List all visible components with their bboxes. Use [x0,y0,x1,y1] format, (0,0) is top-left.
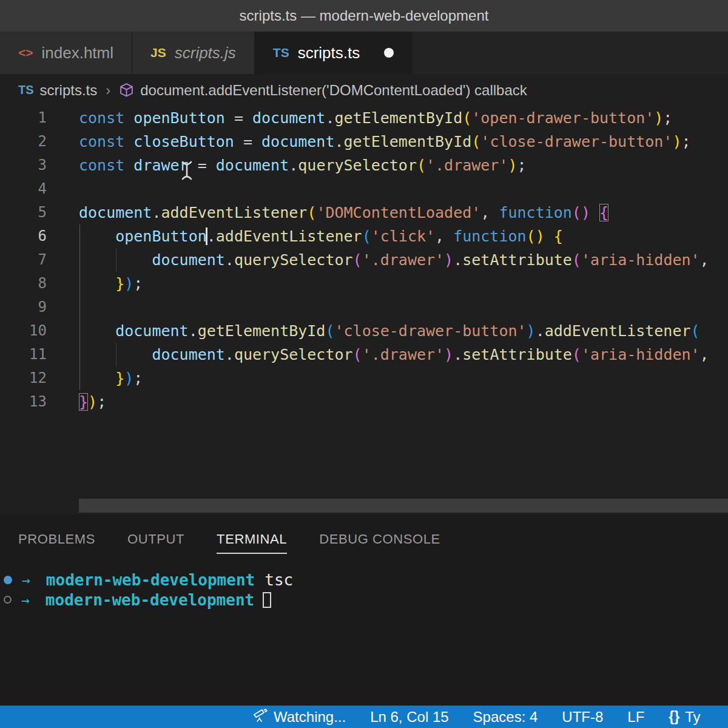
token: ) [672,133,681,150]
line-number[interactable]: 5 [0,201,64,224]
panel-tab-debug-console[interactable]: DEBUG CONSOLE [319,531,440,554]
panel-tab-output[interactable]: OUTPUT [127,531,184,554]
indent-guide [116,343,116,366]
prompt-arrow-icon: → [22,572,30,588]
token: document [152,346,224,363]
code-line[interactable]: 2const closeButton = document.getElement… [0,130,728,153]
code-line[interactable]: 8 }); [0,272,728,295]
indent-guide [79,248,80,272]
code-editor[interactable]: 1const openButton = document.getElementB… [0,106,728,514]
code-line[interactable]: 5document.addEventListener('DOMContentLo… [0,201,728,224]
token: 'aria-hidden' [581,251,700,269]
chevron-right-icon: › [106,82,110,99]
token: addEventListener [545,322,691,340]
code-line[interactable]: 9 [0,295,728,319]
token: ( [471,133,480,150]
token [124,109,133,127]
token: } [115,275,124,292]
token: 'DOMContentLoaded' [316,204,480,221]
indent-guide [79,295,80,319]
terminal-output[interactable]: →modern-web-developmenttsc→modern-web-de… [0,554,728,610]
status-indentation[interactable]: Spaces: 4 [473,709,538,726]
terminal-row: →modern-web-development [4,590,728,610]
horizontal-scrollbar[interactable] [79,499,728,513]
line-number[interactable]: 11 [0,343,64,366]
token: openButton [115,228,207,245]
token: ( [462,109,471,127]
token: . [225,346,234,363]
token: 'aria-hidden' [581,346,700,363]
line-number[interactable]: 8 [0,272,64,295]
code-line[interactable]: 6 openButton.addEventListener('click', f… [0,224,728,248]
line-number[interactable]: 3 [0,153,64,177]
token: document [252,109,325,127]
line-number[interactable]: 1 [0,106,64,130]
code-line[interactable]: 1const openButton = document.getElementB… [0,106,728,130]
token: . [334,133,343,150]
token: . [152,204,161,221]
status-watching[interactable]: Watching... [253,707,346,726]
status-label: Watching... [274,709,346,726]
token: '.drawer' [362,346,444,363]
status-eol[interactable]: LF [627,709,644,726]
line-number[interactable]: 4 [0,177,64,201]
status-label: Ty [685,709,700,726]
code-line[interactable]: 12 }); [0,366,728,390]
status-encoding[interactable]: UTF-8 [562,709,603,726]
indent-guide [79,224,80,248]
token [124,133,133,150]
token: function [453,228,526,245]
token: setAttribute [462,251,572,269]
token: document [261,133,334,150]
telescope-icon [253,707,268,726]
code-content: }); [64,366,728,390]
line-number[interactable]: 9 [0,295,64,319]
line-number[interactable]: 6 [0,224,64,248]
code-line[interactable]: 4 [0,177,728,201]
code-line[interactable]: 7 document.querySelector('.drawer').setA… [0,248,728,272]
line-number[interactable]: 2 [0,130,64,153]
breadcrumb-symbol[interactable]: document.addEventListener('DOMContentLoa… [140,82,527,99]
indent-guide [79,343,80,366]
status-cursor-position[interactable]: Ln 6, Col 15 [370,709,448,726]
code-content: const closeButton = document.getElementB… [64,130,728,153]
token: = [234,133,261,150]
code-line[interactable]: 13}); [0,390,728,414]
token: document [216,157,289,174]
line-number[interactable]: 12 [0,366,64,390]
token: openButton [133,109,225,127]
code-line[interactable]: 10 document.getElementById('close-drawer… [0,319,728,343]
breadcrumb-file[interactable]: scripts.ts [40,82,98,99]
symbol-cube-icon [119,83,134,98]
line-number[interactable]: 7 [0,248,64,272]
token: ) [88,393,97,411]
code-line[interactable]: 3const drawer = document.querySelector('… [0,153,728,177]
token: ; [97,393,106,411]
token: ) [508,157,517,174]
token: , [435,228,453,245]
status-label: LF [627,709,644,726]
status-label: Spaces: 4 [473,709,538,726]
status-language[interactable]: {}Ty [669,709,700,726]
ts-file-icon: TS [18,83,34,97]
modified-dot-icon [384,48,394,58]
line-number[interactable]: 13 [0,390,64,414]
panel-tab-terminal[interactable]: TERMINAL [217,531,287,554]
tab-scripts-ts[interactable]: TSscripts.ts [255,32,413,74]
token: ( [572,251,581,269]
panel-tab-problems[interactable]: PROBLEMS [18,531,95,554]
code-content: }); [64,272,728,295]
line-number[interactable]: 10 [0,319,64,343]
code-line[interactable]: 11 document.querySelector('.drawer').set… [0,343,728,366]
token: ) [124,369,133,387]
token: 'open-drawer-button' [471,109,654,127]
tab-index-html[interactable]: <>index.html [0,32,132,74]
token: ( [325,322,334,340]
terminal-cursor [263,592,271,608]
token: ) [654,109,663,127]
status-bar: Watching...Ln 6, Col 15Spaces: 4UTF-8LF{… [0,706,728,728]
token: , [480,204,499,221]
token: ; [663,109,672,127]
tab-scripts-js[interactable]: JSscripts.js [132,32,255,74]
token [79,322,115,340]
